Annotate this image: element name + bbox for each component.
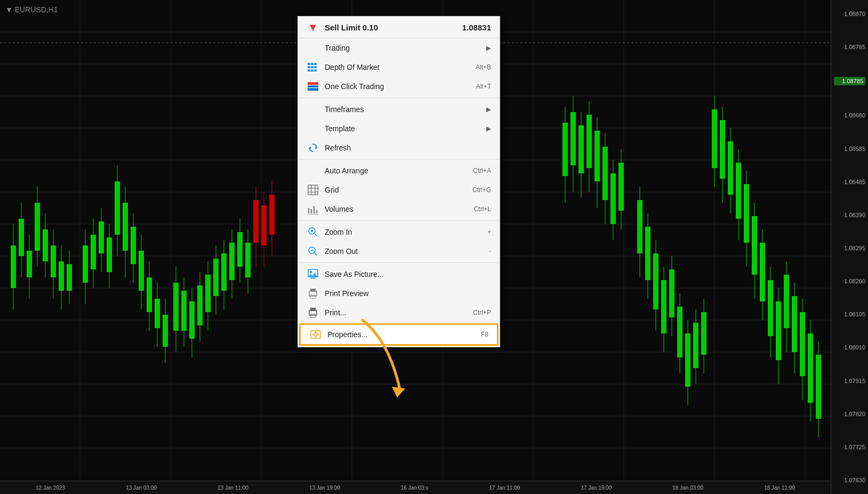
svg-rect-143: [816, 355, 821, 419]
svg-rect-39: [67, 264, 72, 291]
menu-item-trading[interactable]: Trading ▶: [298, 38, 500, 58]
price-label-7: 1.08295: [834, 245, 865, 251]
svg-rect-161: [308, 88, 318, 91]
chart-title: ▼ EURUSD,H1: [5, 5, 58, 14]
print-icon: [307, 306, 319, 319]
svg-rect-103: [653, 253, 658, 309]
svg-rect-149: [269, 195, 275, 235]
svg-rect-152: [314, 63, 317, 65]
svg-rect-25: [11, 245, 16, 288]
price-label-1: 1.08870: [834, 11, 865, 17]
svg-rect-53: [131, 227, 136, 264]
dom-icon: [307, 61, 319, 74]
svg-rect-183: [310, 277, 316, 279]
zoom-out-shortcut: -: [489, 248, 491, 255]
svg-rect-95: [610, 173, 616, 224]
price-label-4: 1.08585: [834, 146, 865, 152]
menu-item-timeframes[interactable]: Timeframes ▶: [298, 100, 500, 119]
svg-rect-69: [197, 285, 203, 325]
time-label-8: 18 Jan 03:00: [672, 485, 703, 491]
svg-rect-141: [808, 333, 813, 403]
time-label-9: 18 Jan 11:00: [764, 485, 795, 491]
price-axis: 1.08870 1.08785 1.08785 1.08680 1.08585 …: [831, 0, 868, 494]
svg-rect-87: [578, 125, 584, 173]
svg-rect-137: [792, 296, 797, 352]
grid-icon: [307, 184, 319, 196]
svg-rect-59: [155, 299, 160, 328]
price-label-9: 1.08105: [834, 311, 865, 317]
menu-item-auto-arrange[interactable]: Auto Arrange Ctrl+A: [298, 161, 500, 180]
volumes-label: Volumes: [325, 205, 463, 213]
menu-item-volumes[interactable]: Volumes Ctrl+L: [298, 200, 500, 219]
svg-rect-105: [661, 280, 666, 333]
menu-item-zoom-out[interactable]: Zoom Out -: [298, 242, 500, 261]
svg-rect-67: [189, 301, 195, 339]
auto-arrange-shortcut: Ctrl+A: [473, 167, 491, 174]
auto-arrange-label: Auto Arrange: [325, 166, 462, 175]
template-label: Template: [325, 124, 486, 133]
dom-label: Depth Of Market: [325, 63, 465, 71]
svg-rect-123: [736, 163, 741, 219]
svg-rect-43: [91, 235, 96, 269]
context-menu: ▼ Sell Limit 0.10 1.08831 Trading ▶ Dept…: [298, 16, 500, 347]
svg-rect-107: [669, 269, 674, 317]
price-label-5: 1.08485: [834, 179, 865, 185]
price-label-2: 1.08785: [834, 44, 865, 50]
sell-limit-label: Sell Limit 0.10: [325, 23, 462, 32]
time-axis: 12 Jan 2023 13 Jan 03:00 13 Jan 11:00 13…: [0, 481, 831, 494]
svg-rect-83: [562, 123, 568, 176]
menu-item-depth-of-market[interactable]: Depth Of Market Alt+B: [298, 58, 500, 77]
price-label-8: 1.08200: [834, 278, 865, 284]
print-preview-label: Print Preview: [325, 289, 491, 298]
svg-line-175: [315, 234, 318, 237]
menu-item-zoom-in[interactable]: Zoom In +: [298, 222, 500, 242]
sell-limit-item[interactable]: ▼ Sell Limit 0.10 1.08831: [298, 17, 500, 38]
svg-rect-47: [107, 237, 112, 272]
svg-rect-49: [115, 181, 120, 235]
svg-rect-51: [123, 203, 128, 251]
price-label-14: 1.07630: [834, 477, 865, 483]
svg-rect-45: [99, 221, 104, 253]
svg-rect-113: [693, 323, 698, 368]
print-shortcut: Ctrl+P: [473, 309, 491, 316]
svg-rect-65: [181, 291, 187, 331]
price-label-11: 1.07915: [834, 378, 865, 384]
menu-item-template[interactable]: Template ▶: [298, 119, 500, 138]
menu-item-refresh[interactable]: Refresh: [298, 138, 500, 157]
svg-rect-157: [311, 69, 314, 71]
menu-item-save-as-picture[interactable]: Save As Picture...: [298, 265, 500, 284]
svg-rect-154: [311, 66, 314, 68]
grid-label: Grid: [325, 186, 462, 194]
menu-item-grid[interactable]: Grid Ctrl+G: [298, 180, 500, 200]
svg-rect-119: [720, 120, 725, 179]
svg-rect-115: [701, 312, 706, 355]
svg-rect-111: [685, 333, 690, 387]
print-label: Print...: [325, 308, 462, 317]
price-label-current: 1.08785: [834, 77, 865, 85]
svg-rect-190: [310, 314, 316, 317]
properties-label: Properties...: [327, 330, 470, 339]
oct-icon: [307, 80, 319, 93]
time-label-5: 16 Jan 03:s: [401, 485, 429, 491]
oct-label: One Click Trading: [325, 82, 465, 91]
print-preview-icon: [307, 287, 319, 300]
svg-rect-101: [645, 227, 650, 280]
svg-rect-61: [163, 315, 168, 347]
trading-arrow-icon: ▶: [486, 44, 491, 52]
menu-item-properties[interactable]: Properties... F8: [299, 323, 499, 346]
svg-rect-57: [147, 277, 152, 312]
menu-item-print-preview[interactable]: Print Preview: [298, 284, 500, 303]
volumes-icon: [307, 203, 319, 216]
svg-rect-159: [308, 82, 318, 85]
svg-rect-91: [594, 131, 600, 181]
time-label-7: 17 Jan 19:00: [581, 485, 612, 491]
svg-rect-185: [310, 289, 316, 292]
svg-rect-125: [744, 184, 749, 243]
svg-rect-55: [139, 251, 144, 291]
svg-rect-131: [768, 280, 773, 336]
svg-rect-71: [205, 275, 211, 312]
dom-shortcut: Alt+B: [476, 63, 491, 71]
menu-item-print[interactable]: Print... Ctrl+P: [298, 303, 500, 322]
svg-rect-89: [586, 115, 592, 168]
menu-item-one-click-trading[interactable]: One Click Trading Alt+T: [298, 77, 500, 96]
